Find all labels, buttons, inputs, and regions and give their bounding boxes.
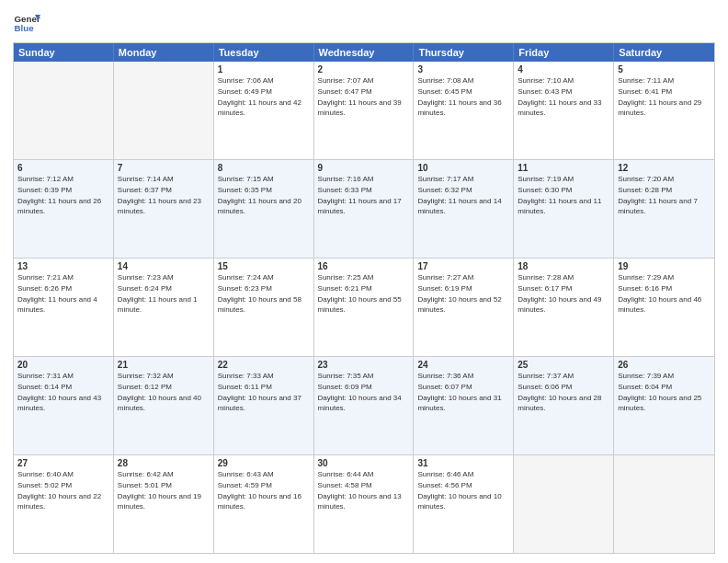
calendar-cell: 22Sunrise: 7:33 AM Sunset: 6:11 PM Dayli… xyxy=(214,357,314,454)
day-header-thursday: Thursday xyxy=(414,43,514,62)
calendar-cell: 3Sunrise: 7:08 AM Sunset: 6:45 PM Daylig… xyxy=(414,62,514,159)
calendar-cell: 20Sunrise: 7:31 AM Sunset: 6:14 PM Dayli… xyxy=(14,357,114,454)
calendar-cell: 31Sunrise: 6:46 AM Sunset: 4:56 PM Dayli… xyxy=(414,455,514,553)
calendar-week-3: 13Sunrise: 7:21 AM Sunset: 6:26 PM Dayli… xyxy=(14,258,714,356)
day-number: 15 xyxy=(218,261,310,271)
day-number: 12 xyxy=(618,163,711,173)
cell-info: Sunrise: 7:07 AM Sunset: 6:47 PM Dayligh… xyxy=(318,76,402,117)
calendar-cell: 23Sunrise: 7:35 AM Sunset: 6:09 PM Dayli… xyxy=(314,357,415,454)
day-number: 31 xyxy=(417,458,509,468)
calendar-cell xyxy=(514,455,614,553)
cell-info: Sunrise: 6:40 AM Sunset: 5:02 PM Dayligh… xyxy=(17,470,101,511)
day-number: 3 xyxy=(417,64,509,75)
calendar-cell: 24Sunrise: 7:36 AM Sunset: 6:07 PM Dayli… xyxy=(414,357,514,454)
calendar-cell: 25Sunrise: 7:37 AM Sunset: 6:06 PM Dayli… xyxy=(514,357,614,454)
cell-info: Sunrise: 7:32 AM Sunset: 6:12 PM Dayligh… xyxy=(118,372,201,412)
calendar-cell: 5Sunrise: 7:11 AM Sunset: 6:41 PM Daylig… xyxy=(614,62,714,159)
header: General Blue xyxy=(13,9,715,37)
day-number: 22 xyxy=(218,360,310,370)
day-number: 26 xyxy=(618,360,711,370)
calendar-cell: 19Sunrise: 7:29 AM Sunset: 6:16 PM Dayli… xyxy=(614,259,714,356)
day-number: 8 xyxy=(218,163,310,173)
day-number: 6 xyxy=(17,163,109,173)
day-number: 29 xyxy=(218,458,310,468)
cell-info: Sunrise: 7:21 AM Sunset: 6:26 PM Dayligh… xyxy=(17,273,97,314)
day-number: 14 xyxy=(118,261,210,271)
calendar-cell: 2Sunrise: 7:07 AM Sunset: 6:47 PM Daylig… xyxy=(314,62,415,159)
cell-info: Sunrise: 7:29 AM Sunset: 6:16 PM Dayligh… xyxy=(618,273,701,314)
day-number: 21 xyxy=(118,360,210,370)
calendar-cell: 12Sunrise: 7:20 AM Sunset: 6:28 PM Dayli… xyxy=(614,160,714,258)
cell-info: Sunrise: 7:27 AM Sunset: 6:19 PM Dayligh… xyxy=(417,273,501,314)
calendar-cell: 28Sunrise: 6:42 AM Sunset: 5:01 PM Dayli… xyxy=(114,455,214,553)
cell-info: Sunrise: 7:17 AM Sunset: 6:32 PM Dayligh… xyxy=(417,175,501,215)
day-number: 1 xyxy=(218,64,310,75)
day-number: 28 xyxy=(118,458,210,468)
cell-info: Sunrise: 7:24 AM Sunset: 6:23 PM Dayligh… xyxy=(218,273,301,314)
cell-info: Sunrise: 7:10 AM Sunset: 6:43 PM Dayligh… xyxy=(518,76,601,117)
day-header-saturday: Saturday xyxy=(614,43,714,62)
calendar-cell: 11Sunrise: 7:19 AM Sunset: 6:30 PM Dayli… xyxy=(514,160,614,258)
cell-info: Sunrise: 7:15 AM Sunset: 6:35 PM Dayligh… xyxy=(218,175,301,215)
day-number: 27 xyxy=(17,458,109,468)
cell-info: Sunrise: 6:42 AM Sunset: 5:01 PM Dayligh… xyxy=(118,470,201,511)
cell-info: Sunrise: 7:36 AM Sunset: 6:07 PM Dayligh… xyxy=(417,372,501,412)
calendar-cell: 15Sunrise: 7:24 AM Sunset: 6:23 PM Dayli… xyxy=(214,259,314,356)
cell-info: Sunrise: 7:16 AM Sunset: 6:33 PM Dayligh… xyxy=(318,175,402,215)
svg-text:Blue: Blue xyxy=(15,23,35,33)
calendar-cell: 7Sunrise: 7:14 AM Sunset: 6:37 PM Daylig… xyxy=(114,160,214,258)
cell-info: Sunrise: 7:25 AM Sunset: 6:21 PM Dayligh… xyxy=(318,273,402,314)
day-number: 20 xyxy=(17,360,109,370)
calendar-cell xyxy=(14,62,114,159)
calendar-cell: 30Sunrise: 6:44 AM Sunset: 4:58 PM Dayli… xyxy=(314,455,415,553)
day-number: 5 xyxy=(618,64,711,75)
calendar-cell: 16Sunrise: 7:25 AM Sunset: 6:21 PM Dayli… xyxy=(314,259,415,356)
calendar-cell xyxy=(614,455,714,553)
logo-icon: General Blue xyxy=(13,9,40,37)
calendar-cell xyxy=(114,62,214,159)
calendar-cell: 18Sunrise: 7:28 AM Sunset: 6:17 PM Dayli… xyxy=(514,259,614,356)
day-number: 17 xyxy=(417,261,509,271)
calendar-cell: 1Sunrise: 7:06 AM Sunset: 6:49 PM Daylig… xyxy=(214,62,314,159)
day-number: 13 xyxy=(17,261,109,271)
cell-info: Sunrise: 7:31 AM Sunset: 6:14 PM Dayligh… xyxy=(17,372,101,412)
day-number: 25 xyxy=(518,360,609,370)
day-number: 9 xyxy=(318,163,410,173)
calendar-header-row: SundayMondayTuesdayWednesdayThursdayFrid… xyxy=(14,43,714,62)
cell-info: Sunrise: 7:39 AM Sunset: 6:04 PM Dayligh… xyxy=(618,372,701,412)
calendar-cell: 9Sunrise: 7:16 AM Sunset: 6:33 PM Daylig… xyxy=(314,160,415,258)
logo: General Blue xyxy=(13,9,44,37)
cell-info: Sunrise: 7:33 AM Sunset: 6:11 PM Dayligh… xyxy=(218,372,301,412)
cell-info: Sunrise: 7:06 AM Sunset: 6:49 PM Dayligh… xyxy=(218,76,301,117)
calendar-week-4: 20Sunrise: 7:31 AM Sunset: 6:14 PM Dayli… xyxy=(14,356,714,454)
calendar-cell: 4Sunrise: 7:10 AM Sunset: 6:43 PM Daylig… xyxy=(514,62,614,159)
day-number: 10 xyxy=(417,163,509,173)
calendar-cell: 6Sunrise: 7:12 AM Sunset: 6:39 PM Daylig… xyxy=(14,160,114,258)
day-number: 24 xyxy=(417,360,509,370)
calendar-week-5: 27Sunrise: 6:40 AM Sunset: 5:02 PM Dayli… xyxy=(14,454,714,553)
day-number: 30 xyxy=(318,458,410,468)
calendar-week-1: 1Sunrise: 7:06 AM Sunset: 6:49 PM Daylig… xyxy=(14,62,714,159)
day-number: 4 xyxy=(518,64,609,75)
cell-info: Sunrise: 7:28 AM Sunset: 6:17 PM Dayligh… xyxy=(518,273,601,314)
day-number: 23 xyxy=(318,360,410,370)
cell-info: Sunrise: 7:35 AM Sunset: 6:09 PM Dayligh… xyxy=(318,372,402,412)
page-container: General Blue SundayMondayTuesdayWednesda… xyxy=(0,0,728,563)
calendar: SundayMondayTuesdayWednesdayThursdayFrid… xyxy=(13,42,715,554)
day-header-wednesday: Wednesday xyxy=(314,43,415,62)
calendar-cell: 21Sunrise: 7:32 AM Sunset: 6:12 PM Dayli… xyxy=(114,357,214,454)
day-number: 16 xyxy=(318,261,410,271)
cell-info: Sunrise: 7:37 AM Sunset: 6:06 PM Dayligh… xyxy=(518,372,601,412)
day-number: 19 xyxy=(618,261,711,271)
cell-info: Sunrise: 7:12 AM Sunset: 6:39 PM Dayligh… xyxy=(17,175,101,215)
day-header-monday: Monday xyxy=(114,43,214,62)
calendar-cell: 10Sunrise: 7:17 AM Sunset: 6:32 PM Dayli… xyxy=(414,160,514,258)
day-number: 2 xyxy=(318,64,410,75)
cell-info: Sunrise: 6:44 AM Sunset: 4:58 PM Dayligh… xyxy=(318,470,402,511)
calendar-cell: 17Sunrise: 7:27 AM Sunset: 6:19 PM Dayli… xyxy=(414,259,514,356)
day-header-tuesday: Tuesday xyxy=(214,43,314,62)
day-number: 7 xyxy=(118,163,210,173)
calendar-body: 1Sunrise: 7:06 AM Sunset: 6:49 PM Daylig… xyxy=(14,62,714,553)
cell-info: Sunrise: 7:14 AM Sunset: 6:37 PM Dayligh… xyxy=(118,175,201,215)
cell-info: Sunrise: 7:08 AM Sunset: 6:45 PM Dayligh… xyxy=(417,76,501,117)
